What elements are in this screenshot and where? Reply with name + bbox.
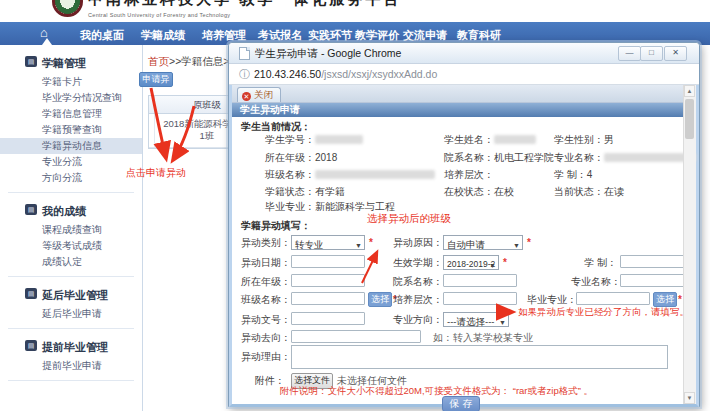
field-student-name: 学生姓名：: [444, 133, 536, 146]
sidebar-section-delayed-grad[interactable]: ▤ 延后毕业管理: [0, 285, 142, 306]
scrollbar-thumb[interactable]: [685, 99, 694, 139]
close-tab-label: 关闭: [254, 89, 273, 100]
required-mark: *: [678, 292, 682, 307]
close-tab-button[interactable]: ✕关闭: [237, 87, 281, 102]
required-mark: *: [503, 255, 507, 270]
sidebar-item[interactable]: 延后毕业申请: [0, 306, 142, 322]
redacted-value: [494, 135, 536, 144]
change-category-select[interactable]: 转专业▼: [291, 235, 365, 250]
minimize-button[interactable]: —: [618, 46, 641, 61]
grade-label: 所在年级：: [241, 274, 289, 289]
maximize-button[interactable]: □: [640, 46, 663, 61]
university-logo: [52, 0, 83, 17]
reason-textarea[interactable]: [291, 345, 668, 369]
nav-item-exchange[interactable]: 交流申请: [403, 28, 447, 43]
sidebar-section-status-mgmt[interactable]: ▤ 学籍管理: [0, 53, 142, 74]
scroll-down-icon[interactable]: ▼: [684, 392, 695, 404]
nav-item-research[interactable]: 教育科研: [457, 28, 501, 43]
destination-input[interactable]: [291, 330, 421, 343]
field-grad-major: 毕业专业：新能源科学与工程: [265, 200, 395, 213]
nav-item-training[interactable]: 培养管理: [202, 28, 246, 43]
popup-page: ✕关闭 学生异动申请 学生当前情况： 学生学号： 学生姓名： 学生性别：男 所在…: [229, 85, 699, 407]
class-name-input[interactable]: [291, 292, 365, 305]
sidebar-item[interactable]: 学籍预警查询: [0, 122, 142, 138]
sidebar-item[interactable]: 学籍卡片: [0, 74, 142, 90]
change-date-input[interactable]: [291, 255, 365, 268]
major-input[interactable]: [620, 274, 686, 287]
popup-scrollbar[interactable]: ▲ ▼: [683, 85, 696, 404]
sidebar-item[interactable]: 专业分流: [0, 154, 142, 170]
sidebar-item[interactable]: 等级考试成绩: [0, 238, 142, 254]
dropdown-arrow-icon: ▼: [489, 258, 496, 273]
dropdown-arrow-icon: ▼: [499, 315, 506, 330]
sidebar-section-my-grades[interactable]: ▤ 我的成绩: [0, 201, 142, 222]
destination-hint: 如：转入某学校某专业: [433, 330, 533, 345]
module-icon: ▤: [25, 56, 37, 67]
field-class-name: 班级名称：: [265, 168, 435, 181]
field-training-level: 培养层次：: [444, 168, 494, 181]
dropdown-arrow-icon: ▼: [355, 238, 362, 253]
breadcrumb: 首页>>学籍信息>>: [148, 55, 236, 69]
field-registry-status: 学籍状态：有学籍: [265, 185, 345, 198]
close-circle-icon: ✕: [242, 92, 251, 101]
current-status-title: 学生当前情况：: [241, 120, 311, 134]
apply-change-button[interactable]: 申请异动: [139, 72, 173, 87]
field-student-id: 学生学号：: [265, 133, 363, 146]
breadcrumb-trail: >>学籍信息>>: [169, 55, 236, 67]
graduation-major-input[interactable]: [576, 292, 650, 305]
nav-item-practice[interactable]: 实践环节: [308, 28, 352, 43]
nav-item-evaluation[interactable]: 教学评价: [355, 28, 399, 43]
field-gender: 学生性别：男: [554, 133, 614, 146]
field-major: 专业名称：: [554, 151, 696, 164]
sidebar-item[interactable]: 毕业学分情况查询: [0, 90, 142, 106]
sidebar-divider: [8, 380, 134, 381]
sidebar-item-active[interactable]: 学籍异动信息: [0, 138, 142, 154]
field-college: 院系名称：机电工程学院: [444, 151, 554, 164]
close-button[interactable]: ✕: [664, 46, 687, 61]
sidebar-item[interactable]: 提前毕业申请: [0, 358, 142, 374]
effective-term-select[interactable]: 2018-2019-2▼: [443, 255, 499, 270]
page-icon: [239, 47, 250, 60]
category-label: 异动类别：: [241, 235, 289, 250]
term-label: 生效学期：: [393, 255, 441, 270]
scroll-up-icon[interactable]: ▲: [684, 85, 695, 97]
college-input[interactable]: [443, 274, 517, 287]
sidebar-section-title: 提前毕业管理: [42, 341, 108, 353]
sidebar-section-early-grad[interactable]: ▤ 提前毕业管理: [0, 337, 142, 358]
nav-item-exam[interactable]: 考试报名: [258, 28, 302, 43]
active-nav-indicator: [42, 38, 52, 45]
nav-item-desktop[interactable]: 我的桌面: [80, 28, 124, 43]
level-label: 培养层次：: [393, 292, 441, 307]
sidebar-item[interactable]: 成绩认定: [0, 254, 142, 270]
nav-item-records[interactable]: 学籍成绩: [141, 28, 185, 43]
sidebar-item[interactable]: 课程成绩查询: [0, 222, 142, 238]
major-direction-select[interactable]: ---请选择---▼: [443, 312, 509, 327]
breadcrumb-home-link[interactable]: 首页: [148, 55, 169, 67]
page-url: 210.43.246.50/jsxsd/xsxj/xsydxxAdd.do: [254, 68, 437, 80]
url-path: /jsxsd/xsxj/xsydxxAdd.do: [321, 68, 437, 80]
change-reason-select[interactable]: 自动申请▼: [443, 235, 523, 250]
grad-major-choose-button[interactable]: 选择: [653, 292, 677, 307]
class-choose-button[interactable]: 选择: [368, 292, 392, 307]
address-bar[interactable]: ⓘ 210.43.246.50/jsxsd/xsxj/xsydxxAdd.do: [229, 64, 699, 85]
brand-title-cn: 中南林业科技大学 教学一体化服务平台: [88, 0, 401, 9]
required-mark: *: [527, 235, 531, 250]
doc-number-input[interactable]: [291, 312, 365, 325]
redacted-value: [315, 135, 363, 144]
app-root: 中南林业科技大学 教学一体化服务平台 Central South Univers…: [0, 0, 710, 411]
field-current-status: 当前状态：在读: [554, 185, 624, 198]
reason-label: 异动原因：: [393, 235, 441, 250]
training-level-input[interactable]: [443, 292, 517, 305]
college-label: 院系名称：: [393, 274, 441, 289]
duration-input[interactable]: [620, 255, 684, 268]
sidebar-section-title: 延后毕业管理: [42, 289, 108, 301]
field-oncampus-status: 在校状态：在校: [444, 185, 514, 198]
destination-label: 异动去向：: [241, 330, 289, 345]
sidebar-item[interactable]: 学籍信息管理: [0, 106, 142, 122]
sidebar-section-title: 学籍管理: [42, 57, 86, 69]
info-icon[interactable]: ⓘ: [239, 67, 250, 82]
sidebar-item[interactable]: 方向分流: [0, 170, 142, 186]
field-grade-year: 所在年级：2018: [265, 151, 337, 164]
save-button[interactable]: 保 存: [442, 396, 480, 411]
grade-input[interactable]: [291, 274, 365, 287]
